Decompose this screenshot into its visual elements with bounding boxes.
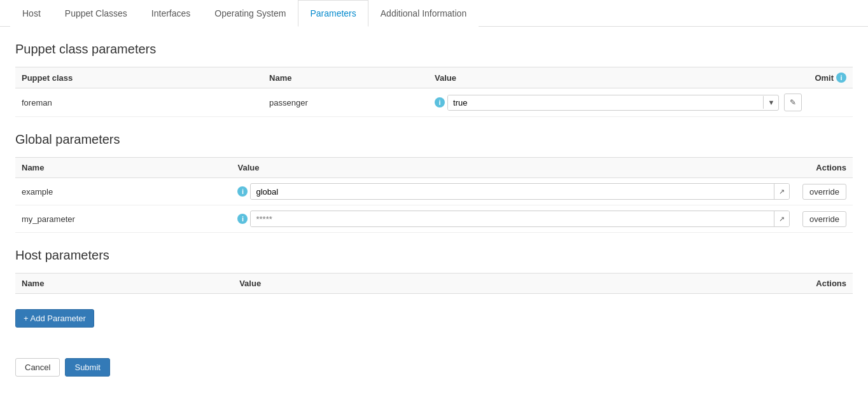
table-row: my_parameter i ↗ override <box>15 205 853 233</box>
tab-host[interactable]: Host <box>10 0 53 27</box>
cancel-button[interactable]: Cancel <box>15 358 60 377</box>
host-col-header-name: Name <box>15 274 233 294</box>
puppet-class-params-table: Puppet class Name Value Omit i foreman p… <box>15 67 853 117</box>
host-params-section: Host parameters Name Value Actions + Add… <box>15 248 853 343</box>
tab-interfaces[interactable]: Interfaces <box>139 0 202 27</box>
tab-operating-system[interactable]: Operating System <box>202 0 298 27</box>
puppet-class-params-section: Puppet class parameters Puppet class Nam… <box>15 42 853 117</box>
global-params-table: Name Value Actions example i ↗ <box>15 157 853 233</box>
omit-info-icon[interactable]: i <box>836 73 846 83</box>
global-param-value-myparam: i ↗ <box>231 205 796 233</box>
host-col-header-value: Value <box>233 274 802 294</box>
tabs-bar: Host Puppet Classes Interfaces Operating… <box>0 0 868 27</box>
global-params-title: Global parameters <box>15 132 853 147</box>
expand-icon-0[interactable]: ↗ <box>774 184 789 199</box>
global-param-value-example: i ↗ <box>231 178 796 205</box>
value-info-icon[interactable]: i <box>435 97 445 107</box>
value-select[interactable]: true false <box>448 95 763 110</box>
global-params-section: Global parameters Name Value Actions exa… <box>15 132 853 233</box>
global-param-actions-example: override <box>796 178 853 205</box>
global-value-input-1[interactable] <box>251 212 774 226</box>
puppet-class-value-cell: i true false ▼ ✎ <box>428 88 808 117</box>
omit-label: Omit <box>815 73 834 83</box>
table-row: example i ↗ override <box>15 178 853 205</box>
col-header-name: Name <box>263 67 428 88</box>
form-actions: Cancel Submit <box>15 348 853 387</box>
override-button-1[interactable]: override <box>802 211 846 227</box>
host-params-title: Host parameters <box>15 248 853 263</box>
host-col-header-actions: Actions <box>802 274 853 294</box>
override-button-0[interactable]: override <box>802 184 846 200</box>
global-param-actions-myparam: override <box>796 205 853 233</box>
omit-cell <box>808 88 853 117</box>
tab-parameters[interactable]: Parameters <box>298 0 368 27</box>
col-header-value: Value <box>428 67 808 88</box>
global-col-header-name: Name <box>15 158 231 178</box>
tab-puppet-classes[interactable]: Puppet Classes <box>53 0 139 27</box>
global-value-input-wrap-1: ↗ <box>250 211 790 227</box>
expand-icon-1[interactable]: ↗ <box>774 211 789 226</box>
global-col-header-value: Value <box>231 158 796 178</box>
tab-additional-information[interactable]: Additional Information <box>368 0 479 27</box>
edit-value-button[interactable]: ✎ <box>784 94 802 111</box>
host-params-table: Name Value Actions <box>15 273 853 294</box>
col-header-puppet-class: Puppet class <box>15 67 263 88</box>
value-select-wrap: true false ▼ <box>447 95 779 111</box>
global-value-info-icon-0[interactable]: i <box>237 186 248 197</box>
puppet-class-params-title: Puppet class parameters <box>15 42 853 57</box>
select-arrow-icon: ▼ <box>763 96 778 109</box>
puppet-class-cell: foreman <box>15 88 263 117</box>
col-header-omit: Omit i <box>808 67 853 88</box>
main-content: Puppet class parameters Puppet class Nam… <box>0 27 868 395</box>
table-row: foreman passenger i true false ▼ <box>15 88 853 117</box>
global-value-info-icon-1[interactable]: i <box>237 214 248 224</box>
add-parameter-button[interactable]: + Add Parameter <box>15 309 94 328</box>
global-value-input-wrap-0: ↗ <box>250 183 790 200</box>
global-param-name-myparam: my_parameter <box>15 205 231 233</box>
global-param-name-example: example <box>15 178 231 205</box>
global-col-header-actions: Actions <box>796 158 853 178</box>
submit-button[interactable]: Submit <box>65 358 109 377</box>
puppet-class-name-cell: passenger <box>263 88 428 117</box>
global-value-input-0[interactable] <box>251 184 774 199</box>
